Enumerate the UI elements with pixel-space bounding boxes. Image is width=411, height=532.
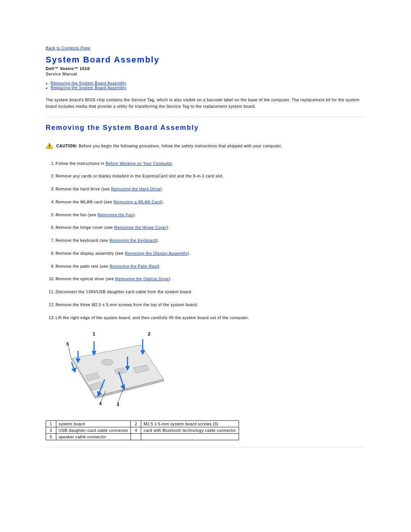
- step-12: Remove the three M2.5 x 5-mm screws from…: [56, 302, 365, 308]
- step-7: Remove the keyboard (see Removing the Ke…: [56, 238, 365, 244]
- system-board-diagram: 1 2 3 4 5: [57, 330, 179, 410]
- svg-text:1: 1: [92, 331, 95, 337]
- caution-text: CAUTION: Before you begin the following …: [56, 142, 282, 148]
- step-10: Remove the optical drive (see Removing t…: [56, 276, 365, 282]
- step-7-link[interactable]: Removing the Keyboard: [109, 238, 156, 243]
- step-4: Remove the WLAN card (see Removing a WLA…: [56, 199, 365, 205]
- svg-text:2: 2: [148, 331, 150, 337]
- step-8-link[interactable]: Removing the Display Assembly: [125, 251, 187, 256]
- step-6: Remove the hinge cover (see Removing the…: [56, 225, 365, 231]
- part-desc: [141, 434, 239, 440]
- step-5-link[interactable]: Removing the Fan: [97, 212, 133, 217]
- step-13: Lift the right edge of the system board,…: [56, 315, 365, 321]
- svg-rect-0: [49, 144, 50, 147]
- table-row: 5 speaker cable connector: [46, 434, 239, 440]
- part-desc: speaker cable connector: [56, 434, 131, 440]
- intro-text: The system board's BIOS chip contains th…: [46, 97, 365, 110]
- table-row: 1 system board 2 M2.5 x 5-mm system boar…: [46, 421, 239, 427]
- step-1: Follow the instructions in Before Workin…: [56, 161, 365, 167]
- step-4-link[interactable]: Removing a WLAN Card: [113, 200, 161, 204]
- step-10-link[interactable]: Removing the Optical Drive: [115, 276, 169, 281]
- step-6-link[interactable]: Removing the Hinge Cover: [114, 225, 167, 230]
- caution-body: Before you begin the following procedure…: [79, 144, 282, 148]
- part-num: 4: [131, 427, 141, 434]
- svg-point-5: [101, 359, 113, 365]
- caution-label: CAUTION:: [56, 144, 79, 148]
- anchor-list: Removing the System Board Assembly Repla…: [46, 81, 365, 90]
- step-9-link[interactable]: Removing the Palm Rest: [110, 264, 158, 268]
- section-title: Removing the System Board Assembly: [46, 124, 365, 132]
- part-desc: M2.5 x 5-mm system board screws (3): [141, 421, 239, 427]
- anchor-removing[interactable]: Removing the System Board Assembly: [51, 81, 126, 85]
- page-container: Back to Contents Page System Board Assem…: [0, 0, 411, 532]
- svg-text:3: 3: [116, 402, 119, 407]
- svg-text:5: 5: [66, 342, 69, 347]
- table-row: 3 USB daughter-card cable connector 4 ca…: [46, 427, 239, 434]
- page-title: System Board Assembly: [46, 55, 365, 65]
- part-num: [131, 434, 141, 440]
- divider: [46, 117, 365, 117]
- svg-marker-23: [72, 368, 76, 372]
- part-desc: system board: [56, 421, 131, 427]
- steps-list: Follow the instructions in Before Workin…: [56, 161, 365, 321]
- step-11: Disconnect the 1394/USB daughter-card ca…: [56, 289, 365, 295]
- back-to-contents-link[interactable]: Back to Contents Page: [46, 46, 91, 50]
- step-9: Remove the palm rest (see Removing the P…: [56, 264, 365, 270]
- step-2: Remove any cards or blanks installed in …: [56, 173, 365, 179]
- step-8: Remove the display assembly (see Removin…: [56, 251, 365, 257]
- anchor-item: Removing the System Board Assembly: [46, 81, 365, 85]
- caution-block: CAUTION: Before you begin the following …: [46, 142, 365, 149]
- part-num: 3: [46, 427, 56, 434]
- step-3-link[interactable]: Removing the Hard Drive: [111, 187, 160, 191]
- caution-icon: [46, 142, 53, 149]
- anchor-replacing[interactable]: Replacing the System Board Assembly: [51, 85, 126, 90]
- part-num: 5: [46, 434, 56, 440]
- step-1-link[interactable]: Before Working on Your Computer: [105, 161, 172, 166]
- step-5: Remove the fan (see Removing the Fan).: [56, 212, 365, 218]
- part-desc: card with Bluetooth technology cable con…: [141, 427, 239, 434]
- step-3: Remove the hard drive (see Removing the …: [56, 186, 365, 192]
- svg-line-31: [68, 347, 72, 360]
- part-desc: USB daughter-card cable connector: [56, 427, 131, 434]
- manual-label: Service Manual: [46, 72, 365, 76]
- part-num: 2: [131, 421, 141, 427]
- svg-rect-1: [49, 147, 50, 148]
- anchor-item: Replacing the System Board Assembly: [46, 85, 365, 90]
- divider: [46, 447, 365, 447]
- product-name: Dell™ Vostro™ 1510: [46, 66, 365, 71]
- part-num: 1: [46, 421, 56, 427]
- parts-table: 1 system board 2 M2.5 x 5-mm system boar…: [46, 420, 239, 440]
